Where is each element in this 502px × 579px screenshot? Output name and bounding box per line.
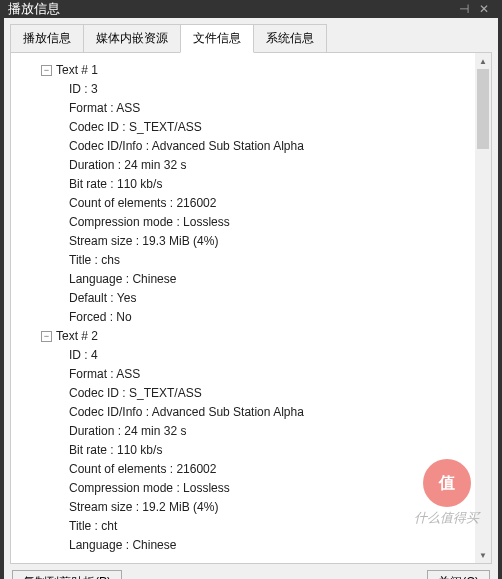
tree-property[interactable]: Codec ID : S_TEXT/ASS bbox=[17, 384, 485, 403]
tree-property[interactable]: Codec ID/Info : Advanced Sub Station Alp… bbox=[17, 137, 485, 156]
tree-property-text: Count of elements : 216002 bbox=[69, 460, 216, 479]
copy-to-clipboard-button[interactable]: 复制到剪贴板(P) bbox=[12, 570, 122, 579]
tree-property[interactable]: Compression mode : Lossless bbox=[17, 213, 485, 232]
tree-property-text: Language : Chinese bbox=[69, 536, 176, 555]
tree-property-text: Stream size : 19.3 MiB (4%) bbox=[69, 232, 218, 251]
tree-property[interactable]: Compression mode : Lossless bbox=[17, 479, 485, 498]
tree-property-text: Title : cht bbox=[69, 517, 117, 536]
pin-icon[interactable]: ⊣ bbox=[454, 2, 474, 16]
tree-property[interactable]: Format : ASS bbox=[17, 365, 485, 384]
tree-group[interactable]: −Text # 1 bbox=[17, 61, 485, 80]
tree-property[interactable]: Duration : 24 min 32 s bbox=[17, 156, 485, 175]
tab-0[interactable]: 播放信息 bbox=[10, 24, 84, 53]
tree-property-text: Default : Yes bbox=[69, 289, 136, 308]
tree-property[interactable]: Count of elements : 216002 bbox=[17, 194, 485, 213]
client-area: 播放信息媒体内嵌资源文件信息系统信息 −Text # 1ID : 3Format… bbox=[4, 18, 498, 579]
tree-group-label: Text # 1 bbox=[56, 61, 98, 80]
scroll-down-icon[interactable]: ▼ bbox=[475, 547, 491, 563]
window-title: 播放信息 bbox=[8, 0, 454, 18]
tree-property[interactable]: Count of elements : 216002 bbox=[17, 460, 485, 479]
collapse-icon[interactable]: − bbox=[41, 65, 52, 76]
scroll-thumb[interactable] bbox=[477, 69, 489, 149]
tree-property-text: Codec ID : S_TEXT/ASS bbox=[69, 384, 202, 403]
tree-property-text: Codec ID/Info : Advanced Sub Station Alp… bbox=[69, 137, 304, 156]
tree-property-text: Stream size : 19.2 MiB (4%) bbox=[69, 498, 218, 517]
tree-property[interactable]: Stream size : 19.3 MiB (4%) bbox=[17, 232, 485, 251]
tree-property[interactable]: Duration : 24 min 32 s bbox=[17, 422, 485, 441]
tree-property[interactable]: Title : cht bbox=[17, 517, 485, 536]
bottom-bar: 复制到剪贴板(P) 关闭(C) bbox=[10, 564, 492, 579]
collapse-icon[interactable]: − bbox=[41, 331, 52, 342]
tab-2[interactable]: 文件信息 bbox=[180, 24, 254, 53]
tab-1[interactable]: 媒体内嵌资源 bbox=[83, 24, 181, 53]
tree-property-text: Forced : No bbox=[69, 308, 132, 327]
tree-property[interactable]: Default : Yes bbox=[17, 289, 485, 308]
tree-property[interactable]: Stream size : 19.2 MiB (4%) bbox=[17, 498, 485, 517]
titlebar: 播放信息 ⊣ ✕ bbox=[0, 0, 502, 18]
tree-property[interactable]: ID : 4 bbox=[17, 346, 485, 365]
tree-property-text: Compression mode : Lossless bbox=[69, 479, 230, 498]
tree-property[interactable]: Format : ASS bbox=[17, 99, 485, 118]
info-tree: −Text # 1ID : 3Format : ASSCodec ID : S_… bbox=[17, 61, 485, 555]
scroll-up-icon[interactable]: ▲ bbox=[475, 53, 491, 69]
tree-property-text: Duration : 24 min 32 s bbox=[69, 156, 186, 175]
tree-group-label: Text # 2 bbox=[56, 327, 98, 346]
tree-property[interactable]: ID : 3 bbox=[17, 80, 485, 99]
tree-property[interactable]: Bit rate : 110 kb/s bbox=[17, 441, 485, 460]
tree-property[interactable]: Codec ID/Info : Advanced Sub Station Alp… bbox=[17, 403, 485, 422]
tree-property-text: Compression mode : Lossless bbox=[69, 213, 230, 232]
tree-property-text: Count of elements : 216002 bbox=[69, 194, 216, 213]
tab-3[interactable]: 系统信息 bbox=[253, 24, 327, 53]
tree-property[interactable]: Bit rate : 110 kb/s bbox=[17, 175, 485, 194]
tree-property[interactable]: Language : Chinese bbox=[17, 536, 485, 555]
tree-property-text: Bit rate : 110 kb/s bbox=[69, 441, 162, 460]
tree-property-text: Codec ID/Info : Advanced Sub Station Alp… bbox=[69, 403, 304, 422]
tree-property-text: ID : 4 bbox=[69, 346, 98, 365]
tab-pane-file-info: −Text # 1ID : 3Format : ASSCodec ID : S_… bbox=[10, 52, 492, 564]
tree-property-text: Format : ASS bbox=[69, 365, 140, 384]
tree-property-text: Title : chs bbox=[69, 251, 120, 270]
tree-property-text: Bit rate : 110 kb/s bbox=[69, 175, 162, 194]
close-button[interactable]: 关闭(C) bbox=[427, 570, 490, 579]
tree-property[interactable]: Codec ID : S_TEXT/ASS bbox=[17, 118, 485, 137]
close-icon[interactable]: ✕ bbox=[474, 2, 494, 16]
window: 播放信息 ⊣ ✕ 播放信息媒体内嵌资源文件信息系统信息 −Text # 1ID … bbox=[0, 0, 502, 579]
tree-group[interactable]: −Text # 2 bbox=[17, 327, 485, 346]
tree-property-text: ID : 3 bbox=[69, 80, 98, 99]
tree-property-text: Duration : 24 min 32 s bbox=[69, 422, 186, 441]
vertical-scrollbar[interactable]: ▲ ▼ bbox=[475, 53, 491, 563]
tree-property-text: Codec ID : S_TEXT/ASS bbox=[69, 118, 202, 137]
tree-property-text: Language : Chinese bbox=[69, 270, 176, 289]
tab-strip: 播放信息媒体内嵌资源文件信息系统信息 bbox=[10, 24, 492, 53]
tree-property[interactable]: Title : chs bbox=[17, 251, 485, 270]
tree-property[interactable]: Language : Chinese bbox=[17, 270, 485, 289]
tree-property[interactable]: Forced : No bbox=[17, 308, 485, 327]
tree-property-text: Format : ASS bbox=[69, 99, 140, 118]
